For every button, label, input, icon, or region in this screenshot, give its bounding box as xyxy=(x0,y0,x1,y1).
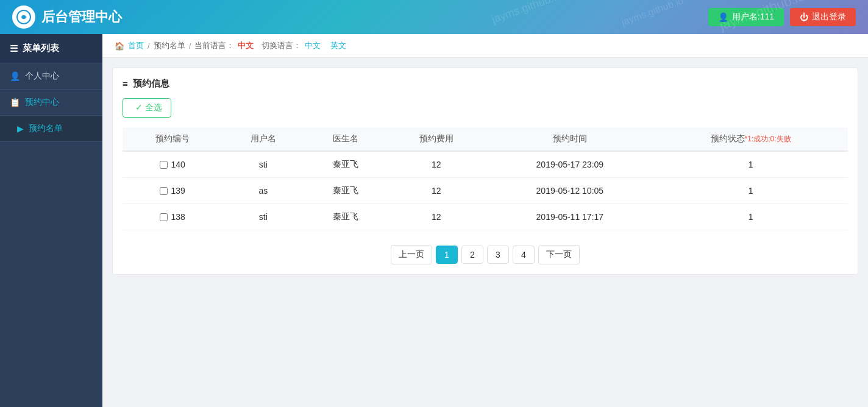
cell-username-0: sti xyxy=(222,151,304,178)
breadcrumb-list: 预约名单 xyxy=(154,40,185,51)
watermark-text-2: jayms.github.io xyxy=(620,0,685,28)
logo-icon xyxy=(12,5,35,29)
cell-username-2: sti xyxy=(222,204,304,230)
header-logo: 后台管理中心 xyxy=(12,5,122,29)
table-row: 139 as 秦亚飞 12 2019-05-12 10:05 1 xyxy=(123,178,848,204)
cell-doctor-0: 秦亚飞 xyxy=(304,151,386,178)
logo-svg xyxy=(16,9,32,25)
row-checkbox-label-2[interactable]: 138 xyxy=(130,212,215,222)
col-status: 预约状态*1:成功;0:失败 xyxy=(653,127,848,151)
sidebar-item-appointment[interactable]: 📋 预约中心 xyxy=(0,90,102,116)
col-username: 用户名 xyxy=(222,127,304,151)
cell-status-2: 1 xyxy=(653,204,848,230)
lang-sep xyxy=(324,41,327,51)
appointment-table: 预约编号 用户名 医生名 预约费用 预约时间 预约状态*1:成功;0:失败 xyxy=(123,127,848,230)
cell-status-0: 1 xyxy=(653,151,848,178)
cell-username-1: as xyxy=(222,178,304,204)
logout-label: 退出登录 xyxy=(812,12,846,23)
content-area: 预约信息 ✓ 全选 预约编号 用户名 医生名 预约费用 预约时间 xyxy=(102,58,868,285)
table-row: 138 sti 秦亚飞 12 2019-05-11 17:17 1 xyxy=(123,204,848,230)
page-1-button[interactable]: 1 xyxy=(436,246,458,264)
breadcrumb-sep2: / xyxy=(189,41,191,51)
sidebar-item-personal[interactable]: 👤 个人中心 xyxy=(0,63,102,90)
sidebar-label-appointment: 预约中心 xyxy=(25,97,59,108)
user-label: 用户名:111 xyxy=(732,12,774,23)
user-icon: 👤 xyxy=(718,12,728,22)
table-row: 140 sti 秦亚飞 12 2019-05-17 23:09 1 xyxy=(123,151,848,178)
col-id: 预约编号 xyxy=(123,127,222,151)
page-4-button[interactable]: 4 xyxy=(513,246,535,264)
status-note: *1:成功;0:失败 xyxy=(745,135,791,143)
logout-button[interactable]: ⏻ 退出登录 xyxy=(790,8,856,26)
col-fee: 预约费用 xyxy=(386,127,486,151)
clipboard-icon: 📋 xyxy=(10,97,20,107)
row-checkbox-label-1[interactable]: 139 xyxy=(130,186,215,196)
current-lang: 中文 xyxy=(238,40,254,51)
card-title: 预约信息 xyxy=(123,78,848,90)
cell-fee-2: 12 xyxy=(386,204,486,230)
lang-zh[interactable]: 中文 xyxy=(305,40,321,51)
page-2-button[interactable]: 2 xyxy=(461,246,483,264)
row-checkbox-1[interactable] xyxy=(160,187,168,195)
col-time: 预约时间 xyxy=(486,127,653,151)
table-body: 140 sti 秦亚飞 12 2019-05-17 23:09 1 139 as… xyxy=(123,151,848,230)
cell-id-1: 139 xyxy=(123,178,222,204)
svg-point-1 xyxy=(22,15,26,19)
sidebar-label-list: 预约名单 xyxy=(29,123,63,134)
table-header-row: 预约编号 用户名 医生名 预约费用 预约时间 预约状态*1:成功;0:失败 xyxy=(123,127,848,151)
header-title: 后台管理中心 xyxy=(41,8,122,26)
cell-id-0: 140 xyxy=(123,151,222,178)
cell-time-0: 2019-05-17 23:09 xyxy=(486,151,653,178)
select-all-button[interactable]: ✓ 全选 xyxy=(123,98,171,118)
cell-fee-1: 12 xyxy=(386,178,486,204)
arrow-icon: ▶ xyxy=(17,124,24,133)
breadcrumb-sep1: / xyxy=(148,41,150,51)
next-page-button[interactable]: 下一页 xyxy=(538,245,580,264)
menu-icon: ☰ xyxy=(10,43,18,54)
user-button[interactable]: 👤 用户名:111 xyxy=(708,8,784,26)
cell-doctor-2: 秦亚飞 xyxy=(304,204,386,230)
power-icon: ⏻ xyxy=(800,12,808,22)
sidebar-label-personal: 个人中心 xyxy=(25,71,59,82)
header: jayms.github.io jayms.github.io jayms.gi… xyxy=(0,0,868,34)
cell-status-1: 1 xyxy=(653,178,848,204)
breadcrumb: 🏠 首页 / 预约名单 / 当前语言： 中文 切换语言： 中文 英文 xyxy=(102,34,868,58)
breadcrumb-home[interactable]: 首页 xyxy=(128,40,144,51)
select-all-label: ✓ 全选 xyxy=(135,102,162,113)
col-doctor: 医生名 xyxy=(304,127,386,151)
current-lang-prefix: 当前语言： xyxy=(194,40,234,51)
cell-id-2: 138 xyxy=(123,204,222,230)
sidebar: ☰ 菜单列表 👤 个人中心 📋 预约中心 ▶ 预约名单 xyxy=(0,34,102,407)
person-icon: 👤 xyxy=(10,71,20,81)
watermark-text-3: jayms.github.io xyxy=(490,0,563,26)
sidebar-title: 菜单列表 xyxy=(23,43,59,54)
row-checkbox-label-0[interactable]: 140 xyxy=(130,160,215,169)
row-checkbox-0[interactable] xyxy=(160,161,168,169)
home-icon: 🏠 xyxy=(115,41,124,51)
lang-en[interactable]: 英文 xyxy=(330,40,346,51)
cell-doctor-1: 秦亚飞 xyxy=(304,178,386,204)
cell-fee-0: 12 xyxy=(386,151,486,178)
page-3-button[interactable]: 3 xyxy=(487,246,509,264)
main-content: 🏠 首页 / 预约名单 / 当前语言： 中文 切换语言： 中文 英文 预约信息 … xyxy=(102,34,868,407)
row-checkbox-2[interactable] xyxy=(160,213,168,221)
pagination: 上一页 1 2 3 4 下一页 xyxy=(123,245,848,264)
sidebar-item-appointment-list[interactable]: ▶ 预约名单 xyxy=(0,116,102,142)
appointment-card: 预约信息 ✓ 全选 预约编号 用户名 医生名 预约费用 预约时间 xyxy=(112,68,858,275)
prev-page-button[interactable]: 上一页 xyxy=(391,245,432,264)
table-header: 预约编号 用户名 医生名 预约费用 预约时间 预约状态*1:成功;0:失败 xyxy=(123,127,848,151)
cell-time-1: 2019-05-12 10:05 xyxy=(486,178,653,204)
card-title-text: 预约信息 xyxy=(133,78,169,90)
header-actions: 👤 用户名:111 ⏻ 退出登录 xyxy=(708,8,856,26)
cell-time-2: 2019-05-11 17:17 xyxy=(486,204,653,230)
sidebar-header: ☰ 菜单列表 xyxy=(0,34,102,63)
switch-prefix: 切换语言： xyxy=(257,40,301,51)
layout: ☰ 菜单列表 👤 个人中心 📋 预约中心 ▶ 预约名单 🏠 首页 / 预约名单 … xyxy=(0,34,868,407)
